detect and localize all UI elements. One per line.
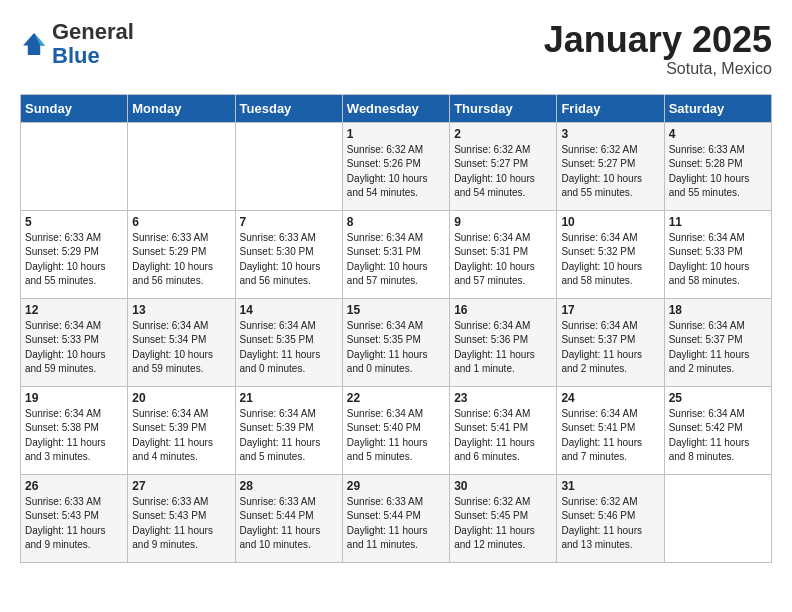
calendar-week-4: 19Sunrise: 6:34 AMSunset: 5:38 PMDayligh… bbox=[21, 386, 772, 474]
header-monday: Monday bbox=[128, 94, 235, 122]
header-friday: Friday bbox=[557, 94, 664, 122]
calendar-cell: 24Sunrise: 6:34 AMSunset: 5:41 PMDayligh… bbox=[557, 386, 664, 474]
day-info: Sunrise: 6:34 AMSunset: 5:37 PMDaylight:… bbox=[561, 319, 659, 377]
header-sunday: Sunday bbox=[21, 94, 128, 122]
calendar-cell: 27Sunrise: 6:33 AMSunset: 5:43 PMDayligh… bbox=[128, 474, 235, 562]
calendar-cell: 21Sunrise: 6:34 AMSunset: 5:39 PMDayligh… bbox=[235, 386, 342, 474]
day-number: 8 bbox=[347, 215, 445, 229]
day-info: Sunrise: 6:34 AMSunset: 5:33 PMDaylight:… bbox=[669, 231, 767, 289]
day-info: Sunrise: 6:34 AMSunset: 5:42 PMDaylight:… bbox=[669, 407, 767, 465]
day-info: Sunrise: 6:34 AMSunset: 5:35 PMDaylight:… bbox=[347, 319, 445, 377]
day-info: Sunrise: 6:32 AMSunset: 5:26 PMDaylight:… bbox=[347, 143, 445, 201]
day-info: Sunrise: 6:34 AMSunset: 5:39 PMDaylight:… bbox=[240, 407, 338, 465]
calendar-cell: 28Sunrise: 6:33 AMSunset: 5:44 PMDayligh… bbox=[235, 474, 342, 562]
day-info: Sunrise: 6:33 AMSunset: 5:43 PMDaylight:… bbox=[132, 495, 230, 553]
calendar-cell: 22Sunrise: 6:34 AMSunset: 5:40 PMDayligh… bbox=[342, 386, 449, 474]
calendar-cell: 7Sunrise: 6:33 AMSunset: 5:30 PMDaylight… bbox=[235, 210, 342, 298]
calendar-cell: 15Sunrise: 6:34 AMSunset: 5:35 PMDayligh… bbox=[342, 298, 449, 386]
day-number: 6 bbox=[132, 215, 230, 229]
day-info: Sunrise: 6:34 AMSunset: 5:31 PMDaylight:… bbox=[347, 231, 445, 289]
day-number: 25 bbox=[669, 391, 767, 405]
title-block: January 2025 Sotuta, Mexico bbox=[544, 20, 772, 78]
day-number: 1 bbox=[347, 127, 445, 141]
day-info: Sunrise: 6:34 AMSunset: 5:33 PMDaylight:… bbox=[25, 319, 123, 377]
calendar-cell: 17Sunrise: 6:34 AMSunset: 5:37 PMDayligh… bbox=[557, 298, 664, 386]
day-info: Sunrise: 6:34 AMSunset: 5:35 PMDaylight:… bbox=[240, 319, 338, 377]
day-info: Sunrise: 6:32 AMSunset: 5:46 PMDaylight:… bbox=[561, 495, 659, 553]
day-info: Sunrise: 6:32 AMSunset: 5:27 PMDaylight:… bbox=[561, 143, 659, 201]
day-info: Sunrise: 6:33 AMSunset: 5:29 PMDaylight:… bbox=[132, 231, 230, 289]
day-number: 16 bbox=[454, 303, 552, 317]
day-number: 9 bbox=[454, 215, 552, 229]
day-number: 18 bbox=[669, 303, 767, 317]
calendar-cell: 3Sunrise: 6:32 AMSunset: 5:27 PMDaylight… bbox=[557, 122, 664, 210]
day-info: Sunrise: 6:33 AMSunset: 5:43 PMDaylight:… bbox=[25, 495, 123, 553]
calendar-cell: 31Sunrise: 6:32 AMSunset: 5:46 PMDayligh… bbox=[557, 474, 664, 562]
logo-icon bbox=[20, 30, 48, 58]
header-tuesday: Tuesday bbox=[235, 94, 342, 122]
calendar-week-5: 26Sunrise: 6:33 AMSunset: 5:43 PMDayligh… bbox=[21, 474, 772, 562]
calendar-cell: 30Sunrise: 6:32 AMSunset: 5:45 PMDayligh… bbox=[450, 474, 557, 562]
calendar-cell bbox=[128, 122, 235, 210]
calendar-header-row: SundayMondayTuesdayWednesdayThursdayFrid… bbox=[21, 94, 772, 122]
day-number: 19 bbox=[25, 391, 123, 405]
calendar-cell: 9Sunrise: 6:34 AMSunset: 5:31 PMDaylight… bbox=[450, 210, 557, 298]
day-info: Sunrise: 6:34 AMSunset: 5:32 PMDaylight:… bbox=[561, 231, 659, 289]
day-info: Sunrise: 6:34 AMSunset: 5:40 PMDaylight:… bbox=[347, 407, 445, 465]
calendar-cell: 14Sunrise: 6:34 AMSunset: 5:35 PMDayligh… bbox=[235, 298, 342, 386]
day-info: Sunrise: 6:34 AMSunset: 5:39 PMDaylight:… bbox=[132, 407, 230, 465]
calendar-cell: 23Sunrise: 6:34 AMSunset: 5:41 PMDayligh… bbox=[450, 386, 557, 474]
day-info: Sunrise: 6:33 AMSunset: 5:44 PMDaylight:… bbox=[347, 495, 445, 553]
day-number: 24 bbox=[561, 391, 659, 405]
header-saturday: Saturday bbox=[664, 94, 771, 122]
calendar-cell: 20Sunrise: 6:34 AMSunset: 5:39 PMDayligh… bbox=[128, 386, 235, 474]
day-number: 30 bbox=[454, 479, 552, 493]
calendar-cell: 18Sunrise: 6:34 AMSunset: 5:37 PMDayligh… bbox=[664, 298, 771, 386]
day-number: 26 bbox=[25, 479, 123, 493]
calendar-week-3: 12Sunrise: 6:34 AMSunset: 5:33 PMDayligh… bbox=[21, 298, 772, 386]
day-number: 5 bbox=[25, 215, 123, 229]
day-number: 11 bbox=[669, 215, 767, 229]
calendar-cell: 6Sunrise: 6:33 AMSunset: 5:29 PMDaylight… bbox=[128, 210, 235, 298]
logo-blue-text: Blue bbox=[52, 43, 100, 68]
day-number: 7 bbox=[240, 215, 338, 229]
day-number: 23 bbox=[454, 391, 552, 405]
calendar-cell: 11Sunrise: 6:34 AMSunset: 5:33 PMDayligh… bbox=[664, 210, 771, 298]
calendar-cell: 25Sunrise: 6:34 AMSunset: 5:42 PMDayligh… bbox=[664, 386, 771, 474]
day-number: 12 bbox=[25, 303, 123, 317]
calendar-cell: 29Sunrise: 6:33 AMSunset: 5:44 PMDayligh… bbox=[342, 474, 449, 562]
day-number: 21 bbox=[240, 391, 338, 405]
calendar-cell: 26Sunrise: 6:33 AMSunset: 5:43 PMDayligh… bbox=[21, 474, 128, 562]
day-number: 4 bbox=[669, 127, 767, 141]
day-number: 13 bbox=[132, 303, 230, 317]
day-number: 17 bbox=[561, 303, 659, 317]
calendar-cell: 4Sunrise: 6:33 AMSunset: 5:28 PMDaylight… bbox=[664, 122, 771, 210]
day-info: Sunrise: 6:34 AMSunset: 5:34 PMDaylight:… bbox=[132, 319, 230, 377]
calendar-cell: 1Sunrise: 6:32 AMSunset: 5:26 PMDaylight… bbox=[342, 122, 449, 210]
day-info: Sunrise: 6:34 AMSunset: 5:41 PMDaylight:… bbox=[561, 407, 659, 465]
day-info: Sunrise: 6:34 AMSunset: 5:41 PMDaylight:… bbox=[454, 407, 552, 465]
day-number: 2 bbox=[454, 127, 552, 141]
calendar-cell: 13Sunrise: 6:34 AMSunset: 5:34 PMDayligh… bbox=[128, 298, 235, 386]
day-info: Sunrise: 6:34 AMSunset: 5:37 PMDaylight:… bbox=[669, 319, 767, 377]
calendar-cell: 10Sunrise: 6:34 AMSunset: 5:32 PMDayligh… bbox=[557, 210, 664, 298]
calendar-subtitle: Sotuta, Mexico bbox=[544, 60, 772, 78]
day-info: Sunrise: 6:34 AMSunset: 5:36 PMDaylight:… bbox=[454, 319, 552, 377]
day-number: 14 bbox=[240, 303, 338, 317]
day-number: 31 bbox=[561, 479, 659, 493]
day-info: Sunrise: 6:34 AMSunset: 5:31 PMDaylight:… bbox=[454, 231, 552, 289]
calendar-cell: 19Sunrise: 6:34 AMSunset: 5:38 PMDayligh… bbox=[21, 386, 128, 474]
calendar-week-2: 5Sunrise: 6:33 AMSunset: 5:29 PMDaylight… bbox=[21, 210, 772, 298]
day-info: Sunrise: 6:34 AMSunset: 5:38 PMDaylight:… bbox=[25, 407, 123, 465]
day-number: 28 bbox=[240, 479, 338, 493]
day-number: 10 bbox=[561, 215, 659, 229]
day-info: Sunrise: 6:32 AMSunset: 5:45 PMDaylight:… bbox=[454, 495, 552, 553]
day-number: 27 bbox=[132, 479, 230, 493]
calendar-cell: 12Sunrise: 6:34 AMSunset: 5:33 PMDayligh… bbox=[21, 298, 128, 386]
logo-general-text: General bbox=[52, 19, 134, 44]
day-number: 3 bbox=[561, 127, 659, 141]
calendar-cell: 8Sunrise: 6:34 AMSunset: 5:31 PMDaylight… bbox=[342, 210, 449, 298]
page-header: General Blue January 2025 Sotuta, Mexico bbox=[20, 20, 772, 78]
day-number: 29 bbox=[347, 479, 445, 493]
calendar-cell: 5Sunrise: 6:33 AMSunset: 5:29 PMDaylight… bbox=[21, 210, 128, 298]
